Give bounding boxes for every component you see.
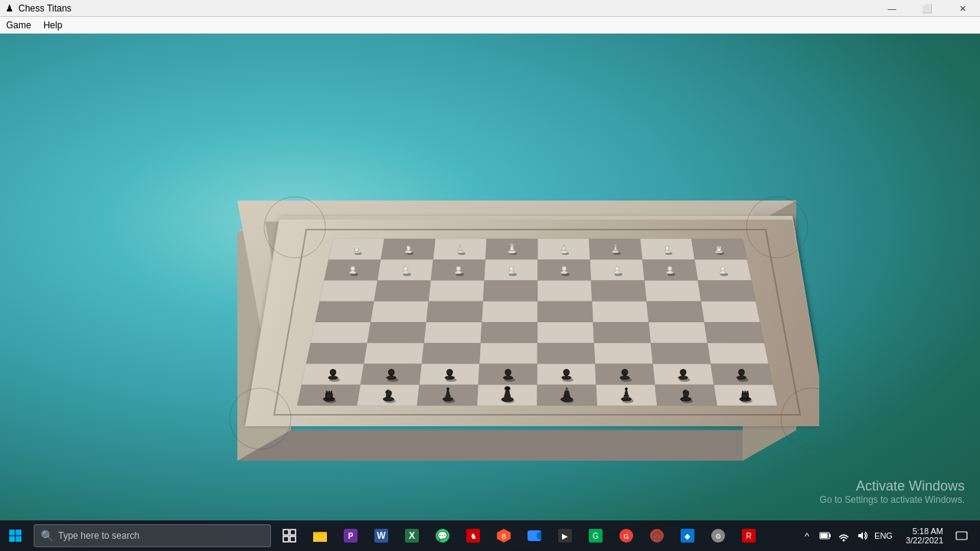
svg-point-51 — [843, 540, 845, 542]
tray-network[interactable] — [835, 520, 853, 551]
svg-rect-19 — [313, 533, 327, 542]
taskbar-app-explorer[interactable] — [305, 520, 335, 551]
chess-canvas — [161, 93, 819, 491]
menu-help[interactable]: Help — [38, 18, 69, 32]
taskbar-apps: P W X 💬 ♞ — [305, 520, 792, 551]
svg-rect-10 — [9, 530, 15, 536]
svg-text:▶: ▶ — [562, 532, 568, 540]
window-icon: ♟ — [3, 2, 15, 15]
clock-time: 5:18 AM — [913, 527, 943, 536]
taskbar-app-purple[interactable]: P — [335, 520, 366, 551]
svg-text:⚙: ⚙ — [715, 533, 721, 540]
taskbar-app-word[interactable]: W — [366, 520, 397, 551]
svg-rect-15 — [290, 530, 296, 535]
svg-text:G: G — [593, 532, 599, 540]
svg-rect-50 — [821, 533, 828, 538]
close-button[interactable]: ✕ — [945, 0, 980, 17]
taskbar-app-brave[interactable]: B — [488, 520, 519, 551]
taskbar-app-red2[interactable]: R — [733, 520, 764, 551]
taskbar: 🔍 Type here to search P — [0, 520, 980, 551]
taskbar-app-g[interactable]: G — [611, 520, 642, 551]
svg-rect-49 — [829, 534, 831, 537]
svg-rect-52 — [956, 532, 967, 540]
tray-lang[interactable]: ENG — [871, 520, 896, 551]
svg-rect-13 — [16, 536, 22, 543]
menu-bar: Game Help — [0, 17, 980, 34]
svg-rect-16 — [283, 536, 289, 542]
taskbar-app-gray[interactable]: ⚙ — [703, 520, 733, 551]
tray-volume[interactable] — [853, 520, 871, 551]
menu-game[interactable]: Game — [0, 18, 38, 32]
svg-rect-12 — [9, 536, 15, 543]
svg-rect-14 — [283, 530, 289, 535]
taskbar-app-blue[interactable]: ◆ — [672, 520, 703, 551]
maximize-button[interactable]: ⬜ — [910, 0, 945, 17]
chess-board-container — [161, 93, 819, 491]
title-bar: ♟ Chess Titans — ⬜ ✕ — [0, 0, 980, 17]
clock[interactable]: 5:18 AM 3/22/2021 — [896, 527, 949, 545]
tray-battery[interactable] — [816, 520, 835, 551]
window-title: Chess Titans — [18, 3, 874, 14]
taskbar-app-zoom[interactable] — [519, 520, 550, 551]
svg-text:🎧: 🎧 — [652, 530, 662, 541]
search-placeholder: Type here to search — [58, 530, 139, 541]
svg-rect-17 — [290, 536, 296, 542]
svg-text:♞: ♞ — [470, 532, 477, 540]
clock-date: 3/22/2021 — [906, 536, 943, 545]
taskbar-app-green[interactable]: G — [580, 520, 611, 551]
notification-button[interactable] — [949, 520, 974, 551]
taskbar-app-dark[interactable]: ▶ — [550, 520, 580, 551]
minimize-button[interactable]: — — [874, 0, 910, 17]
taskbar-app-headphones[interactable]: 🎧 — [642, 520, 672, 551]
svg-text:R: R — [746, 532, 751, 540]
taskbar-app-red[interactable]: ♞ — [458, 520, 488, 551]
svg-text:P: P — [348, 532, 354, 540]
window-controls: — ⬜ ✕ — [874, 0, 980, 16]
svg-rect-11 — [16, 530, 22, 536]
taskbar-app-whatsapp[interactable]: 💬 — [427, 520, 458, 551]
svg-text:X: X — [409, 530, 415, 541]
svg-text:◆: ◆ — [684, 532, 691, 540]
search-bar[interactable]: 🔍 Type here to search — [34, 524, 271, 547]
svg-text:W: W — [377, 530, 386, 541]
svg-text:G: G — [623, 533, 629, 540]
taskbar-tray: ^ ENG 5:18 AM 3/22/2021 — [792, 520, 980, 551]
svg-text:B: B — [501, 533, 506, 540]
taskbar-app-excel[interactable]: X — [397, 520, 427, 551]
svg-text:💬: 💬 — [437, 530, 448, 541]
task-view-button[interactable] — [274, 520, 305, 551]
search-icon: 🔍 — [41, 530, 54, 542]
tray-chevron[interactable]: ^ — [798, 520, 816, 551]
start-button[interactable] — [0, 520, 31, 551]
game-area — [0, 34, 980, 520]
